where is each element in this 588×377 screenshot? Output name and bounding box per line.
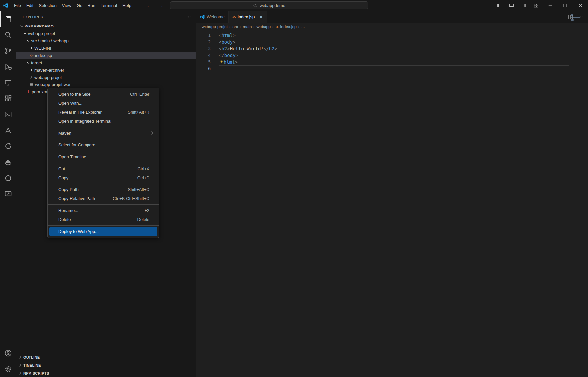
menu-item-delete[interactable]: DeleteDelete: [49, 215, 157, 224]
breadcrumb: webapp-projet›src›main›webapp›<>index.js…: [196, 23, 588, 31]
breadcrumb-index-jsp[interactable]: <>index.jsp: [275, 25, 296, 29]
menu-item-open-timeline[interactable]: Open Timeline: [49, 152, 157, 161]
activity-item-explorer[interactable]: [0, 11, 16, 27]
activity-item-azure[interactable]: [0, 122, 16, 138]
menu-view[interactable]: View: [59, 3, 74, 8]
context-menu: Open to the SideCtrl+EnterOpen With...Re…: [47, 88, 159, 238]
code-line-2[interactable]: 2<body>: [196, 39, 588, 45]
activity-item-run-debug[interactable]: [0, 59, 16, 75]
menu-item-copy-path[interactable]: Copy PathShift+Alt+C: [49, 185, 157, 194]
breadcrumb-webapp-projet[interactable]: webapp-projet: [202, 25, 228, 29]
menu-selection[interactable]: Selection: [36, 3, 59, 8]
line-number: 6: [196, 65, 211, 72]
menu-separator: [48, 127, 159, 127]
code-line-6[interactable]: 6: [196, 65, 588, 72]
activity-item-screen-share[interactable]: [0, 186, 16, 202]
menu-item-maven[interactable]: Maven: [49, 129, 157, 137]
breadcrumb-webapp[interactable]: webapp: [257, 25, 271, 29]
activity-item-terminal-panel[interactable]: [0, 106, 16, 122]
breadcrumb-src[interactable]: src: [232, 25, 238, 29]
menu-item-label: Rename...: [58, 208, 78, 213]
menu-go[interactable]: Go: [74, 3, 85, 8]
code-line-1[interactable]: 1<html>: [196, 32, 588, 39]
breadcrumb-ellipsis[interactable]: ...: [301, 25, 305, 29]
tab-welcome[interactable]: Welcome: [196, 11, 229, 23]
layout-sidebar-right-button[interactable]: [518, 0, 530, 11]
code-line-5[interactable]: 5html>: [196, 59, 588, 65]
command-center-search[interactable]: webappdemo: [170, 1, 368, 9]
menu-item-deploy-to-web-app[interactable]: Deploy to Web App...: [49, 227, 157, 236]
tree-item-maven-archiver[interactable]: maven-archiver: [16, 66, 196, 74]
menu-item-reveal-in-file-explorer[interactable]: Reveal in File ExplorerShift+Alt+R: [49, 108, 157, 117]
tree-item-target[interactable]: target: [16, 59, 196, 66]
pom-icon: [25, 90, 31, 94]
menu-item-open-in-integrated-terminal[interactable]: Open in Integrated Terminal: [49, 117, 157, 126]
line-number: 1: [196, 32, 211, 39]
activity-item-source-control[interactable]: [0, 43, 16, 59]
minimap[interactable]: [571, 14, 583, 21]
code-line-4[interactable]: 4</body>: [196, 52, 588, 59]
maximize-button[interactable]: [558, 0, 573, 11]
menu-item-shortcut: Delete: [137, 217, 149, 222]
menu-run[interactable]: Run: [85, 3, 98, 8]
activity-item-remote-explorer[interactable]: [0, 75, 16, 90]
minimize-button[interactable]: [542, 0, 558, 11]
more-actions-icon[interactable]: [186, 14, 191, 20]
menu-edit[interactable]: Edit: [24, 3, 36, 8]
activity-item-docker[interactable]: [0, 154, 16, 170]
tree-item-index-jsp[interactable]: <>index.jsp: [16, 52, 196, 59]
breadcrumb-main[interactable]: main: [243, 25, 252, 29]
search-icon: [253, 3, 257, 8]
activity-item-search[interactable]: [0, 27, 16, 43]
section-timeline[interactable]: TIMELINE: [16, 361, 196, 369]
close-icon[interactable]: ×: [258, 14, 264, 20]
activity-item-settings-gear[interactable]: [0, 361, 16, 377]
menu-item-select-for-compare[interactable]: Select for Compare: [49, 140, 157, 149]
layout-grid-button[interactable]: [530, 0, 542, 11]
explorer-title: EXPLORER: [23, 15, 43, 19]
forward-arrow-icon[interactable]: →: [158, 3, 164, 8]
menu-item-rename[interactable]: Rename...F2: [49, 206, 157, 215]
activity-item-ring[interactable]: [0, 170, 16, 186]
menu-terminal[interactable]: Terminal: [98, 3, 120, 8]
code-line-3[interactable]: 3<h2>Hello World!</h2>: [196, 45, 588, 52]
menu-item-open-with[interactable]: Open With...: [49, 99, 157, 108]
tree-item-webapp-projet-war[interactable]: webapp-projet.war: [16, 81, 196, 88]
section-npm-scripts[interactable]: NPM SCRIPTS: [16, 369, 196, 377]
line-number: 2: [196, 39, 211, 45]
code-token: >: [233, 33, 235, 38]
activity-item-extensions[interactable]: [0, 90, 16, 106]
tab-index-jsp[interactable]: <>index.jsp×: [229, 11, 267, 23]
code-token: html: [221, 33, 233, 38]
activity-bar: [0, 11, 16, 377]
menu-item-open-to-the-side[interactable]: Open to the SideCtrl+Enter: [49, 90, 157, 99]
code-token: h2: [269, 46, 275, 51]
tree-item-web-inf[interactable]: WEB-INF: [16, 44, 196, 52]
docker-icon: [4, 158, 12, 166]
menu-help[interactable]: Help: [120, 3, 134, 8]
layout-panel-button[interactable]: [505, 0, 518, 11]
tree-item-webappdemo[interactable]: WEBAPPDEMO: [16, 23, 196, 30]
menu-item-cut[interactable]: CutCtrl+X: [49, 164, 157, 173]
tree-item-webapp-projet[interactable]: webapp-projet: [16, 30, 196, 37]
code-area[interactable]: 1<html>2<body>3<h2>Hello World!</h2>4</b…: [196, 31, 588, 377]
menu-separator: [48, 163, 159, 163]
activity-item-circular-arrow[interactable]: [0, 138, 16, 154]
menu-item-copy[interactable]: CopyCtrl+C: [49, 173, 157, 182]
breadcrumb-label: main: [243, 25, 252, 29]
code-token: >: [275, 46, 277, 51]
section-outline[interactable]: OUTLINE: [16, 353, 196, 361]
activity-item-account[interactable]: [0, 345, 16, 361]
tree-item-webapp-projet[interactable]: webapp-projet: [16, 74, 196, 81]
menu-item-copy-relative-path[interactable]: Copy Relative PathCtrl+K Ctrl+Shift+C: [49, 194, 157, 203]
code-token: body: [221, 39, 233, 45]
code-token: >: [233, 39, 235, 45]
menu-file[interactable]: File: [11, 3, 24, 8]
back-arrow-icon[interactable]: ←: [146, 3, 152, 8]
code-token: >: [236, 53, 238, 58]
jsp-icon: <>: [29, 54, 34, 57]
tree-item-src-main-webapp[interactable]: src \ main \ webapp: [16, 37, 196, 44]
close-button[interactable]: [573, 0, 588, 11]
extensions-icon: [4, 95, 12, 102]
layout-sidebar-left-button[interactable]: [493, 0, 505, 11]
